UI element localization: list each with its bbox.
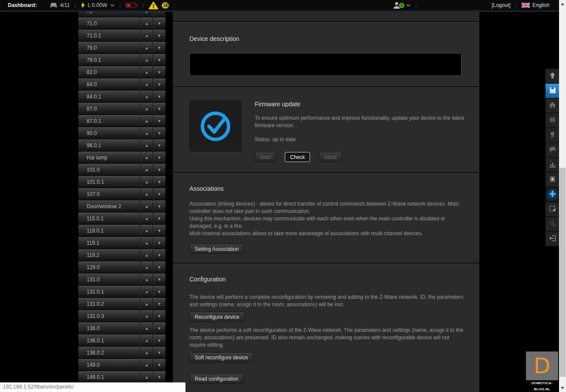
device-description-input[interactable]	[189, 53, 462, 76]
move-up-button[interactable]: ▲	[140, 298, 153, 310]
list-item[interactable]: 101.0.1 ▲ ▼	[78, 176, 165, 188]
list-item[interactable]: 84.0 ▲ ▼	[78, 78, 165, 90]
list-item[interactable]: 79.0 ▲ ▼	[78, 42, 165, 54]
list-item[interactable]: 87.0 ▲ ▼	[78, 103, 165, 115]
list-item[interactable]: 71.0.1 ▲ ▼	[78, 30, 165, 41]
move-down-button[interactable]: ▼	[153, 127, 165, 139]
move-down-button[interactable]: ▼	[153, 30, 165, 41]
list-item[interactable]: Door/window 2 ▲ ▼	[78, 200, 165, 212]
move-up-button[interactable]: ▲	[140, 176, 153, 188]
move-down-button[interactable]: ▼	[153, 347, 165, 358]
move-down-button[interactable]: ▼	[153, 139, 165, 151]
move-down-button[interactable]: ▼	[153, 66, 165, 78]
list-item[interactable]: 136.0.1 ▲ ▼	[78, 335, 165, 346]
move-up-button[interactable]: ▲	[140, 66, 153, 78]
add-device-button[interactable]	[546, 187, 559, 202]
list-item[interactable]: 79.0.1 ▲ ▼	[78, 54, 165, 66]
home-button[interactable]	[546, 98, 559, 113]
move-up-button[interactable]: ▲	[140, 115, 153, 127]
page-scrollbar[interactable]	[559, 0, 566, 392]
move-down-button[interactable]: ▼	[153, 115, 165, 127]
power-chevron-down-icon[interactable]	[110, 3, 115, 7]
read-configuration-button[interactable]: Read configuration	[189, 374, 244, 384]
setting-association-button[interactable]: Setting Association	[189, 244, 244, 254]
move-down-button[interactable]: ▼	[153, 188, 165, 200]
panel-button[interactable]	[546, 113, 559, 128]
move-up-button[interactable]: ▲	[140, 54, 153, 66]
move-up-button[interactable]: ▲	[140, 127, 153, 139]
move-up-button[interactable]: ▲	[140, 347, 153, 358]
move-up-button[interactable]: ▲	[140, 200, 153, 212]
list-item[interactable]: 107.0 ▲ ▼	[78, 188, 165, 200]
warning-icon[interactable]	[148, 1, 158, 10]
move-up-button[interactable]: ▲	[140, 286, 153, 297]
move-down-button[interactable]: ▼	[153, 152, 165, 163]
move-up-button[interactable]: ▲	[140, 274, 153, 285]
move-up-button[interactable]: ▲	[140, 371, 153, 382]
schedule-button[interactable]	[546, 202, 559, 216]
save-button[interactable]	[546, 84, 559, 98]
list-item[interactable]: 149.0.1 ▲ ▼	[78, 371, 165, 382]
lamp-button[interactable]	[546, 128, 559, 142]
move-up-button[interactable]: ▲	[140, 188, 153, 200]
settings-button[interactable]	[546, 217, 559, 231]
move-down-button[interactable]: ▼	[153, 164, 165, 176]
list-item[interactable]: 71 ▲ ▼	[78, 12, 165, 17]
move-up-button[interactable]: ▲	[140, 322, 153, 334]
list-item[interactable]: 131.0 ▲ ▼	[78, 274, 165, 285]
move-up-button[interactable]: ▲	[140, 261, 153, 273]
move-up-button[interactable]: ▲	[140, 30, 153, 41]
move-down-button[interactable]: ▼	[153, 335, 165, 346]
scroll-top-button[interactable]	[546, 69, 559, 83]
list-item[interactable]: 136.0.2 ▲ ▼	[78, 347, 165, 358]
move-down-button[interactable]: ▼	[153, 322, 165, 334]
move-down-button[interactable]: ▼	[153, 359, 165, 371]
updates-button[interactable]	[546, 172, 559, 187]
language-selector[interactable]: English	[522, 2, 549, 8]
move-up-button[interactable]: ▲	[140, 78, 153, 90]
move-down-button[interactable]: ▼	[153, 213, 165, 224]
user-menu[interactable]: 0 |	[393, 0, 421, 10]
reconfigure-device-button[interactable]: Reconfigure device	[189, 312, 245, 322]
move-down-button[interactable]: ▼	[153, 249, 165, 261]
list-item[interactable]: 87.0.1 ▲ ▼	[78, 115, 165, 127]
soft-reconfigure-device-button[interactable]: Soft reconfigure device	[189, 352, 253, 362]
scrollbar-down-arrow[interactable]	[561, 387, 564, 389]
move-up-button[interactable]: ▲	[140, 335, 153, 346]
consumption-button[interactable]	[546, 158, 559, 172]
rooms-button[interactable]	[546, 143, 559, 157]
list-item[interactable]: 119.1 ▲ ▼	[78, 237, 165, 249]
list-item[interactable]: 136.0 ▲ ▼	[78, 322, 165, 334]
list-item[interactable]: 131.0.1 ▲ ▼	[78, 286, 165, 297]
battery-icon[interactable]	[125, 3, 138, 8]
move-down-button[interactable]: ▼	[153, 91, 165, 102]
move-down-button[interactable]: ▼	[153, 78, 165, 90]
move-down-button[interactable]: ▼	[153, 225, 165, 237]
move-down-button[interactable]: ▼	[153, 176, 165, 188]
list-item[interactable]: 82.0 ▲ ▼	[78, 66, 165, 78]
move-up-button[interactable]: ▲	[140, 152, 153, 163]
list-item[interactable]: Hal lamp ▲ ▼	[78, 152, 165, 163]
move-up-button[interactable]: ▲	[140, 164, 153, 176]
list-item[interactable]: 84.0.1 ▲ ▼	[78, 91, 165, 102]
list-item[interactable]: 131.0.2 ▲ ▼	[78, 298, 165, 310]
move-down-button[interactable]: ▼	[153, 103, 165, 115]
list-item[interactable]: 119.2 ▲ ▼	[78, 249, 165, 261]
list-item[interactable]: 149.0 ▲ ▼	[78, 359, 165, 371]
move-up-button[interactable]: ▲	[140, 139, 153, 151]
move-down-button[interactable]: ▼	[153, 371, 165, 382]
move-up-button[interactable]: ▲	[140, 42, 153, 54]
list-item[interactable]: 129.0 ▲ ▼	[78, 261, 165, 273]
exit-button[interactable]	[546, 232, 559, 246]
move-up-button[interactable]: ▲	[140, 17, 153, 29]
move-up-button[interactable]: ▲	[140, 12, 153, 17]
move-up-button[interactable]: ▲	[140, 225, 153, 237]
move-down-button[interactable]: ▼	[153, 17, 165, 29]
move-up-button[interactable]: ▲	[140, 213, 153, 224]
move-down-button[interactable]: ▼	[153, 310, 165, 322]
scrollbar-thumb[interactable]	[559, 168, 566, 377]
move-down-button[interactable]: ▼	[153, 54, 165, 66]
move-up-button[interactable]: ▲	[140, 310, 153, 322]
move-down-button[interactable]: ▼	[153, 298, 165, 310]
move-down-button[interactable]: ▼	[153, 261, 165, 273]
